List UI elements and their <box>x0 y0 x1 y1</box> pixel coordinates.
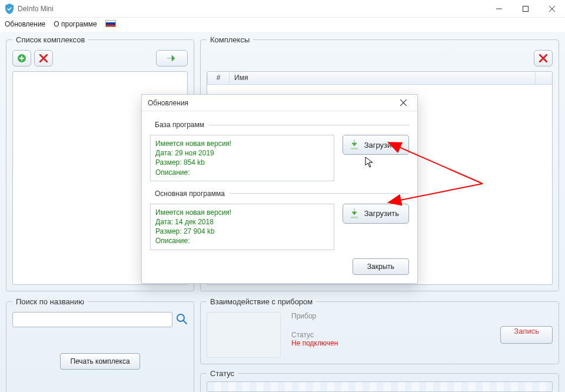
plus-circle-icon <box>17 54 26 63</box>
window-maximize-button[interactable] <box>512 0 539 18</box>
print-complex-button[interactable]: Печать комплекса <box>60 353 139 370</box>
db-line2: Дата: 29 ноя 2019 <box>155 148 329 158</box>
db-update-info: Имеется новая версия! Дата: 29 ноя 2019 … <box>150 135 334 181</box>
add-complex-button[interactable] <box>12 50 31 67</box>
app-line3: Размер: 27 904 kb <box>155 227 329 236</box>
device-image-placeholder <box>207 312 281 358</box>
move-right-button[interactable] <box>156 50 188 67</box>
app-title: DeInfo Mini <box>18 5 54 13</box>
window-minimize-button[interactable] <box>486 0 512 18</box>
search-input[interactable] <box>12 312 172 327</box>
svg-rect-4 <box>351 217 358 218</box>
download-db-label: Загрузить <box>364 141 399 150</box>
search-group: Поиск по названию Печать комплекса <box>6 297 194 392</box>
minimize-icon <box>496 6 502 12</box>
complexes-title: Комплексы <box>207 35 253 44</box>
status-group: Статус <box>200 369 559 392</box>
status-value: Не подключен <box>291 339 338 347</box>
app-line2: Дата: 14 дек 2018 <box>155 217 329 227</box>
app-update-info: Имеется новая версия! Дата: 14 дек 2018 … <box>150 204 334 250</box>
db-update-section: База программ Имеется новая версия! Дата… <box>150 121 409 181</box>
delete-complex-button[interactable] <box>34 50 53 67</box>
maximize-icon <box>523 6 529 12</box>
status-title: Статус <box>207 369 238 378</box>
titlebar: DeInfo Mini <box>0 0 565 18</box>
progress-bar <box>207 381 553 392</box>
dialog-close-button[interactable] <box>395 95 411 111</box>
db-section-title: База программ <box>150 121 209 129</box>
app-update-section: Основная программа Имеется новая версия!… <box>150 190 409 250</box>
client-area: Список комплексов К <box>0 32 565 392</box>
close-icon <box>400 99 407 106</box>
search-button[interactable] <box>176 313 188 327</box>
menu-about[interactable]: О программе <box>54 20 97 28</box>
record-button[interactable]: Запись <box>500 326 553 344</box>
column-name[interactable]: Имя <box>230 72 536 84</box>
table-header: # Имя <box>207 72 552 85</box>
updates-dialog: Обновления База программ Имеется новая в… <box>141 94 418 284</box>
download-icon <box>349 139 360 151</box>
column-number[interactable]: # <box>207 72 230 84</box>
download-icon <box>349 208 360 220</box>
delete-x-icon <box>539 54 547 62</box>
menu-update[interactable]: Обновление <box>5 20 45 28</box>
download-app-button[interactable]: Загрузить <box>343 204 409 224</box>
complex-list-title: Список комплексов <box>12 35 88 44</box>
app-shield-icon <box>5 4 14 14</box>
device-label: Прибор <box>291 312 338 320</box>
dialog-title: Обновления <box>148 99 188 107</box>
svg-point-2 <box>177 314 184 321</box>
download-app-label: Загрузить <box>364 209 399 218</box>
app-section-title: Основная программа <box>150 190 230 198</box>
mouse-cursor-icon <box>365 157 374 168</box>
device-interaction-group: Взаимодействие с прибором Прибор Статус … <box>200 297 559 364</box>
dialog-close-action-button[interactable]: Закрыть <box>353 258 409 275</box>
app-line4: Описание: <box>155 236 329 245</box>
download-db-button[interactable]: Загрузить <box>343 135 409 155</box>
db-line4: Описание: <box>155 168 329 177</box>
device-interaction-title: Взаимодействие с прибором <box>207 297 316 306</box>
column-extra[interactable] <box>536 72 552 84</box>
window-close-button[interactable] <box>539 0 565 18</box>
delete-row-button[interactable] <box>534 50 553 67</box>
svg-rect-3 <box>351 148 358 150</box>
app-line1: Имеется новая версия! <box>155 208 329 217</box>
arrow-right-icon <box>167 54 177 62</box>
close-icon <box>549 6 555 12</box>
db-line3: Размер: 854 kb <box>155 158 329 167</box>
language-flag-ru-icon[interactable] <box>105 20 116 27</box>
search-title: Поиск по названию <box>12 297 88 306</box>
svg-rect-0 <box>523 6 528 11</box>
db-line1: Имеется новая версия! <box>155 139 329 148</box>
menubar: Обновление О программе <box>0 18 565 32</box>
status-label: Статус <box>291 331 338 339</box>
search-icon <box>176 313 188 325</box>
delete-x-icon <box>39 54 48 62</box>
